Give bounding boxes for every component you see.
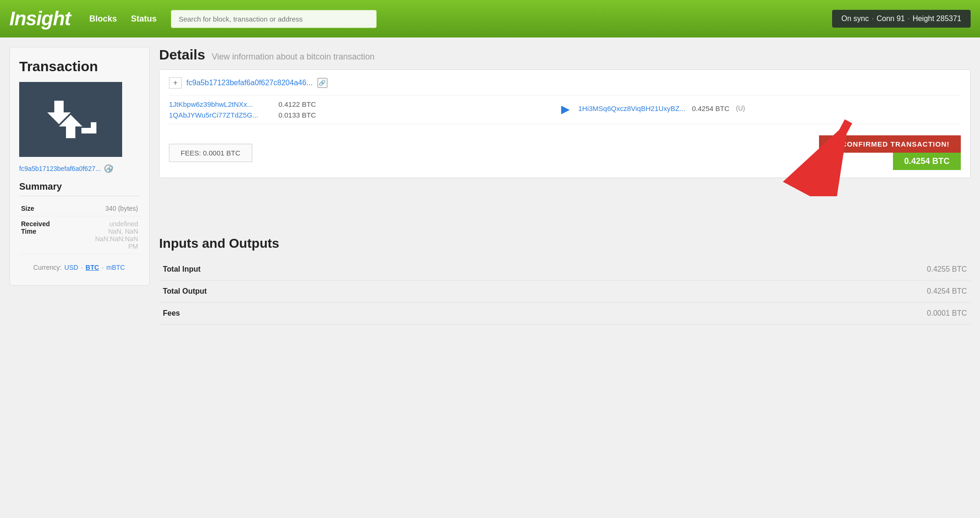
svg-rect-3 (91, 122, 96, 133)
output-amount-badge: 0.4254 BTC (893, 153, 961, 170)
input-amount-1: 0.0133 BTC (278, 111, 316, 119)
io-row-total-output: Total Output 0.4254 BTC (159, 281, 971, 303)
currency-row: Currency: USD · BTC · mBTC (19, 264, 140, 271)
page-footer (0, 334, 980, 353)
io-label-total-output: Total Output (159, 281, 581, 303)
currency-mbtc[interactable]: mBTC (106, 264, 125, 271)
output-amount-0: 0.4254 BTC (692, 104, 729, 112)
sidebar-tx-hash[interactable]: fc9a5b17123befaf6a0f627... 🔗 (19, 164, 140, 173)
io-table: Total Input 0.4255 BTC Total Output 0.42… (159, 259, 971, 325)
output-status-0: (U) (736, 104, 745, 112)
fees-box: FEES: 0.0001 BTC (169, 144, 252, 162)
details-subtitle: View information about a bitcoin transac… (212, 52, 374, 62)
io-row-total-input: Total Input 0.4255 BTC (159, 259, 971, 281)
transaction-icon-box (19, 82, 122, 157)
copy-link-icon[interactable]: 🔗 (104, 164, 113, 173)
summary-row-size: Size 340 (bytes) (19, 201, 140, 216)
io-value-total-output: 0.4254 BTC (581, 281, 971, 303)
tx-card-header: + fc9a5b17123befaf6a0f627c8204a46... 🔗 (169, 77, 961, 96)
brand-logo[interactable]: Insight (9, 7, 71, 30)
tx-outputs: 1Hi3MSq6Qxcz8ViqBH21UxyBZ... 0.4254 BTC … (578, 104, 961, 115)
summary-value-received: undefinedNaN, NaNNaN:NaN:NaNPM (71, 216, 140, 254)
currency-usd[interactable]: USD (65, 264, 79, 271)
input-amount-0: 0.4122 BTC (278, 100, 316, 108)
sidebar-title: Transaction (19, 59, 140, 74)
summary-label-size: Size (19, 201, 71, 216)
io-value-total-input: 0.4255 BTC (581, 259, 971, 281)
tx-card-footer-area: FEES: 0.0001 BTC UNCONFIRMED TRANSACTION… (169, 131, 961, 170)
input-addr-1[interactable]: 1QAbJYWu5rCi77ZTdZ5G... (169, 111, 272, 119)
summary-title: Summary (19, 181, 140, 196)
details-header: Details View information about a bitcoin… (159, 47, 971, 63)
tx-card-footer: FEES: 0.0001 BTC UNCONFIRMED TRANSACTION… (169, 131, 961, 170)
transaction-icon-svg (40, 96, 101, 143)
unconfirmed-badge: UNCONFIRMED TRANSACTION! (819, 135, 961, 153)
tx-inputs: 1JtKbpw6z39bhwL2tNXx... 0.4122 BTC 1QAbJ… (169, 100, 552, 119)
io-label-total-input: Total Input (159, 259, 581, 281)
nav-status[interactable]: Status (131, 14, 157, 24)
sync-status: On sync·Conn 91·Height 285371 (832, 10, 971, 28)
summary-table: Size 340 (bytes) ReceivedTime undefinedN… (19, 201, 140, 254)
summary-value-size: 340 (bytes) (71, 201, 140, 216)
search-input[interactable] (171, 10, 377, 28)
arrow-spacer (159, 189, 971, 231)
summary-row-received: ReceivedTime undefinedNaN, NaNNaN:NaN:Na… (19, 216, 140, 254)
io-title: Inputs and Outputs (159, 236, 971, 251)
status-group: UNCONFIRMED TRANSACTION! 0.4254 BTC (819, 135, 961, 170)
io-label-fees: Fees (159, 303, 581, 325)
tx-hash-link[interactable]: fc9a5b17123befaf6a0f627c8204a46... (186, 79, 313, 87)
navbar: Insight Blocks Status On sync·Conn 91·He… (0, 0, 980, 37)
currency-btc[interactable]: BTC (86, 264, 99, 271)
details-title: Details (159, 47, 205, 63)
output-item-0: 1Hi3MSq6Qxcz8ViqBH21UxyBZ... 0.4254 BTC … (578, 104, 961, 112)
output-addr-0[interactable]: 1Hi3MSq6Qxcz8ViqBH21UxyBZ... (578, 104, 686, 112)
expand-button[interactable]: + (169, 77, 182, 89)
input-item-1: 1QAbJYWu5rCi77ZTdZ5G... 0.0133 BTC (169, 111, 552, 119)
main-container: Transaction fc9a5b17123befaf6a0f627... 🔗… (9, 47, 971, 325)
input-item-0: 1JtKbpw6z39bhwL2tNXx... 0.4122 BTC (169, 100, 552, 108)
summary-label-received: ReceivedTime (19, 216, 71, 254)
io-section: Inputs and Outputs Total Input 0.4255 BT… (159, 236, 971, 325)
transaction-card: + fc9a5b17123befaf6a0f627c8204a46... 🔗 1… (159, 69, 971, 178)
tx-direction-arrow: ▶ (552, 104, 578, 116)
tx-io-row: 1JtKbpw6z39bhwL2tNXx... 0.4122 BTC 1QAbJ… (169, 96, 961, 124)
content-area: Details View information about a bitcoin… (159, 47, 971, 325)
sidebar: Transaction fc9a5b17123befaf6a0f627... 🔗… (9, 47, 150, 286)
input-addr-0[interactable]: 1JtKbpw6z39bhwL2tNXx... (169, 100, 272, 108)
io-row-fees: Fees 0.0001 BTC (159, 303, 971, 325)
io-value-fees: 0.0001 BTC (581, 303, 971, 325)
clipboard-icon[interactable]: 🔗 (317, 78, 328, 88)
nav-blocks[interactable]: Blocks (89, 14, 117, 24)
